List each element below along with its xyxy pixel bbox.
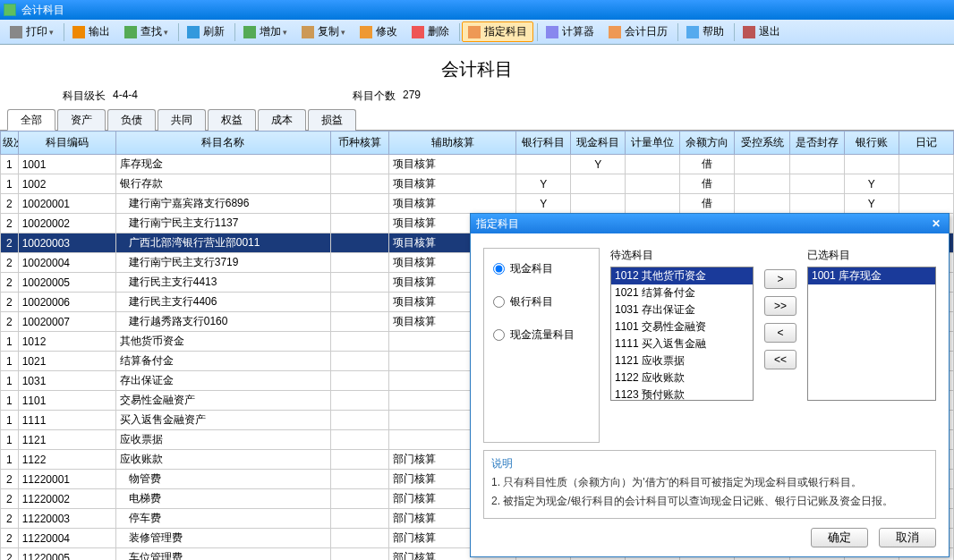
- list-item[interactable]: 1111 买入返售金融: [611, 335, 753, 352]
- radio-flow[interactable]: 现金流量科目: [493, 327, 590, 343]
- close-icon[interactable]: ✕: [929, 217, 943, 230]
- list-item[interactable]: 1121 应收票据: [611, 352, 753, 369]
- chevron-down-icon: ▾: [49, 28, 54, 37]
- spec-icon: [468, 26, 481, 38]
- tab-3[interactable]: 共同: [158, 109, 206, 131]
- list-item[interactable]: 1101 交易性金融资: [611, 318, 753, 335]
- account-type-radios: 现金科目银行科目现金流量科目: [483, 248, 600, 443]
- move-buttons: >>><<<: [764, 248, 796, 443]
- selected-listbox[interactable]: 1001 库存现金: [807, 267, 936, 401]
- column-header[interactable]: 币种核算: [330, 132, 388, 155]
- column-header[interactable]: 科目编码: [18, 132, 115, 155]
- chevron-down-icon: ▾: [341, 28, 345, 37]
- copy-icon: [302, 26, 314, 38]
- list-item[interactable]: 1122 应收账款: [611, 369, 753, 386]
- move-button-0[interactable]: >: [764, 269, 796, 289]
- specify-account-dialog: 指定科目 ✕ 现金科目银行科目现金流量科目 待选科目 1012 其他货币资金10…: [470, 213, 950, 557]
- pending-panel: 待选科目 1012 其他货币资金1021 结算备付金1031 存出保证金1101…: [610, 248, 754, 443]
- count-label: 科目个数: [353, 89, 396, 104]
- refresh-button[interactable]: 刷新: [181, 21, 231, 42]
- help-icon: [686, 26, 699, 38]
- export-icon: [72, 26, 85, 38]
- main-toolbar: 打印▾输出查找▾刷新增加▾复制▾修改删除指定科目计算器会计日历帮助退出: [0, 20, 954, 45]
- count-value: 279: [403, 89, 421, 104]
- exit-button[interactable]: 退出: [737, 21, 787, 42]
- cancel-button[interactable]: 取消: [879, 528, 936, 547]
- tab-6[interactable]: 损益: [308, 109, 356, 131]
- exit-icon: [743, 26, 755, 38]
- find-icon: [124, 26, 137, 38]
- refresh-icon: [187, 26, 200, 38]
- tab-5[interactable]: 成本: [258, 109, 306, 131]
- table-row[interactable]: 210020001建行南宁嘉宾路支行6896项目核算Y借Y: [1, 194, 954, 214]
- ok-button[interactable]: 确定: [811, 528, 868, 547]
- column-header[interactable]: 科目名称: [115, 132, 330, 155]
- calendar-button[interactable]: 会计日历: [602, 21, 674, 42]
- description-title: 说明: [491, 456, 928, 471]
- pending-label: 待选科目: [610, 248, 754, 263]
- radio-cash[interactable]: 现金科目: [493, 261, 590, 276]
- level-length-label: 科目级长: [63, 89, 106, 104]
- level-length-value: 4-4-4: [113, 89, 138, 104]
- help-button[interactable]: 帮助: [680, 21, 730, 42]
- dialog-title-bar: 指定科目 ✕: [471, 214, 949, 233]
- list-item[interactable]: 1031 存出保证金: [611, 301, 753, 318]
- column-header[interactable]: 银行科目: [516, 132, 571, 155]
- chevron-down-icon: ▾: [283, 28, 287, 37]
- calendar-icon: [609, 26, 621, 38]
- window-title: 会计科目: [21, 3, 64, 18]
- page-title: 会计科目: [0, 50, 954, 89]
- tab-1[interactable]: 资产: [57, 109, 106, 131]
- column-header[interactable]: 计量单位: [626, 132, 680, 155]
- calc-button[interactable]: 计算器: [540, 21, 601, 42]
- tab-4[interactable]: 权益: [208, 109, 256, 131]
- edit-icon: [360, 26, 372, 38]
- edit-button[interactable]: 修改: [353, 21, 404, 42]
- export-button[interactable]: 输出: [66, 21, 116, 42]
- move-button-3[interactable]: <<: [764, 350, 796, 369]
- column-header[interactable]: 级次: [1, 132, 19, 155]
- copy-button[interactable]: 复制▾: [295, 21, 352, 42]
- dialog-footer: 确定 取消: [471, 524, 949, 556]
- table-row[interactable]: 11002银行存款项目核算Y借Y: [1, 174, 954, 194]
- info-row: 科目级长 4-4-4 科目个数 279: [0, 89, 954, 107]
- list-item[interactable]: 1012 其他货币资金: [611, 267, 753, 284]
- chevron-down-icon: ▾: [164, 28, 168, 37]
- column-header[interactable]: 是否封存: [789, 132, 844, 155]
- column-header[interactable]: 辅助核算: [389, 132, 516, 155]
- print-icon: [10, 26, 22, 38]
- delete-button[interactable]: 删除: [405, 21, 456, 42]
- tab-2[interactable]: 负债: [107, 109, 156, 131]
- pending-listbox[interactable]: 1012 其他货币资金1021 结算备付金1031 存出保证金1101 交易性金…: [610, 267, 754, 401]
- column-header[interactable]: 余额方向: [680, 132, 735, 155]
- calc-icon: [546, 26, 558, 38]
- column-header[interactable]: 日记: [899, 132, 953, 155]
- delete-icon: [412, 26, 424, 38]
- move-button-2[interactable]: <: [764, 323, 796, 343]
- radio-bank[interactable]: 银行科目: [493, 294, 590, 310]
- list-item[interactable]: 1001 库存现金: [808, 267, 935, 284]
- print-button[interactable]: 打印▾: [4, 21, 60, 42]
- tab-0[interactable]: 全部: [7, 109, 55, 131]
- description-box: 说明 1. 只有科目性质（余额方向）为'借方'的科目可被指定为现金科目或银行科目…: [483, 450, 936, 519]
- table-row[interactable]: 11001库存现金项目核算Y借: [1, 155, 954, 174]
- column-header[interactable]: 受控系统: [735, 132, 789, 155]
- find-button[interactable]: 查找▾: [118, 21, 175, 42]
- column-header[interactable]: 银行账: [844, 132, 899, 155]
- dialog-title: 指定科目: [476, 216, 519, 232]
- list-item[interactable]: 1123 预付账款: [611, 386, 753, 401]
- add-button[interactable]: 增加▾: [237, 21, 294, 42]
- add-icon: [243, 26, 256, 38]
- spec-button[interactable]: 指定科目: [462, 21, 533, 42]
- category-tabs: 全部资产负债共同权益成本损益: [0, 109, 954, 131]
- column-header[interactable]: 现金科目: [571, 132, 626, 155]
- list-item[interactable]: 1021 结算备付金: [611, 284, 753, 301]
- selected-panel: 已选科目 1001 库存现金: [807, 248, 936, 443]
- header-area: 会计科目 科目级长 4-4-4 科目个数 279: [0, 45, 954, 109]
- move-button-1[interactable]: >>: [764, 296, 796, 316]
- selected-label: 已选科目: [807, 248, 936, 263]
- window-title-bar: 会计科目: [0, 0, 954, 20]
- app-icon: [4, 4, 16, 16]
